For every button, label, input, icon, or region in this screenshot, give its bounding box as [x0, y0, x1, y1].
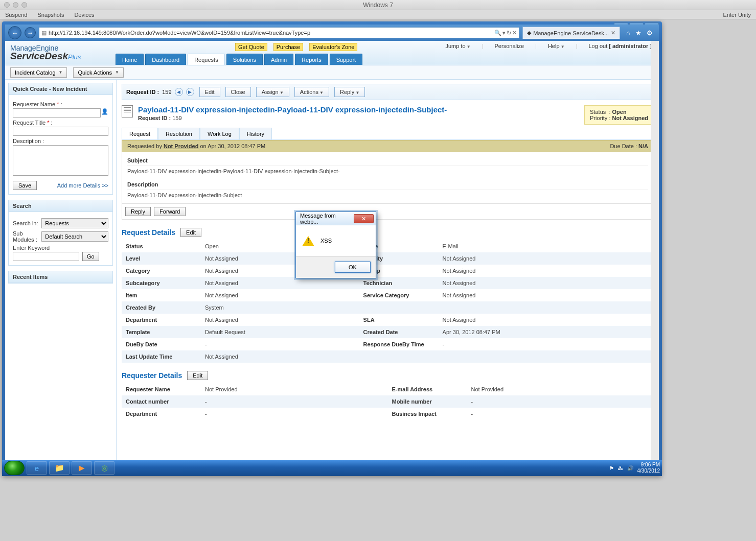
request-toolbar: Request ID : 159 ◀ ▶ Edit Close Assign A…: [122, 84, 654, 100]
favorites-icon[interactable]: ★: [635, 29, 642, 37]
forward-button[interactable]: Forward: [154, 207, 186, 216]
table-row: SubcategoryNot AssignedTechnicianNot Ass…: [122, 277, 654, 289]
keyword-input[interactable]: [13, 252, 79, 261]
incident-catalog-dropdown[interactable]: Incident Catalog: [10, 67, 67, 78]
reply-forward-row: Reply Forward: [122, 204, 654, 220]
url-text: http://172.16.194.149:8080/WorkOrder.do?…: [49, 30, 310, 36]
reply-dropdown[interactable]: Reply: [334, 87, 365, 97]
traffic-lights[interactable]: [4, 2, 27, 8]
close-request-button[interactable]: Close: [225, 87, 251, 97]
home-icon[interactable]: ⌂: [626, 29, 630, 37]
vm-title: Windows 7: [363, 2, 393, 9]
request-title-label: Request Title * :: [13, 120, 108, 126]
taskbar-media-icon[interactable]: ▶: [72, 461, 92, 475]
nav-home[interactable]: Home: [116, 54, 144, 65]
nav-support[interactable]: Support: [330, 54, 363, 65]
tab-request[interactable]: Request: [122, 128, 158, 139]
search-icon[interactable]: 🔍: [494, 30, 501, 36]
jump-to-dropdown[interactable]: Jump to: [445, 43, 470, 49]
tab-worklog[interactable]: Work Log: [200, 128, 239, 139]
table-row: Contact number-Mobile number-: [122, 395, 654, 408]
description-label: Description :: [13, 138, 108, 144]
logout-link[interactable]: Log out [ administrator ]: [589, 43, 652, 49]
nav-admin[interactable]: Admin: [264, 54, 293, 65]
alert-titlebar[interactable]: Message from webp... ✕: [296, 212, 376, 225]
search-in-select[interactable]: Requests: [41, 218, 108, 228]
assign-dropdown[interactable]: Assign: [256, 87, 289, 97]
nav-dashboard[interactable]: Dashboard: [145, 54, 186, 65]
requester-link[interactable]: Not Provided: [164, 143, 198, 149]
nav-solutions[interactable]: Solutions: [226, 54, 263, 65]
browser-tab[interactable]: ◆ ManageEngine ServiceDesk... ✕: [522, 27, 620, 39]
nav-reports[interactable]: Reports: [295, 54, 328, 65]
taskbar-ie-icon[interactable]: e: [27, 461, 47, 475]
link-evaluator[interactable]: Evaluator's Zone: [309, 43, 357, 51]
host-menu: Suspend Snapshots Devices Enter Unity: [0, 10, 756, 19]
panel-header: Quick Create - New Incident: [9, 83, 112, 95]
edit-button[interactable]: Edit: [199, 87, 220, 97]
request-title-row: Payload-11-DIV expression-injectedin-Pay…: [122, 105, 654, 125]
taskbar-vmware-icon[interactable]: ◎: [94, 461, 114, 475]
stop-icon[interactable]: ✕: [512, 30, 517, 36]
sub-modules-select[interactable]: Default Search: [41, 231, 108, 242]
taskbar-clock[interactable]: 9:06 PM 4/30/2012: [637, 462, 660, 474]
edit-details-button[interactable]: Edit: [180, 228, 201, 237]
start-button[interactable]: [4, 461, 25, 475]
requester-name-label: Requester Name * :: [13, 101, 108, 107]
system-tray[interactable]: ⚑ 🖧 🔊 9:06 PM 4/30/2012: [609, 462, 660, 474]
request-meta-bar: Requested by Not Provided on Apr 30, 201…: [122, 140, 654, 152]
request-title-input[interactable]: [13, 127, 108, 136]
table-row: Created BySystem: [122, 301, 654, 314]
address-bar[interactable]: ▦ http://172.16.194.149:8080/WorkOrder.d…: [39, 27, 519, 38]
personalize-link[interactable]: Personalize: [495, 43, 524, 49]
requester-name-input[interactable]: [13, 108, 101, 117]
tray-volume-icon[interactable]: 🔊: [627, 465, 633, 471]
page-icon: ▦: [41, 30, 47, 36]
save-button[interactable]: Save: [13, 181, 37, 190]
request-details-header: Request Details Edit: [122, 228, 654, 237]
prev-request-button[interactable]: ◀: [175, 88, 183, 96]
tray-network-icon[interactable]: 🖧: [618, 465, 623, 471]
table-row: StatusOpenModeE-Mail: [122, 240, 654, 252]
forward-button[interactable]: →: [25, 27, 36, 38]
tab-history[interactable]: History: [239, 128, 272, 139]
back-button[interactable]: ←: [8, 26, 21, 39]
status-badge: Status : Open Priority : Not Assigned: [584, 105, 654, 125]
tools-icon[interactable]: ⚙: [647, 29, 653, 37]
add-more-details-link[interactable]: Add more Details >>: [57, 182, 108, 189]
next-request-button[interactable]: ▶: [186, 88, 194, 96]
main-content: Request ID : 159 ◀ ▶ Edit Close Assign A…: [117, 80, 659, 473]
table-row: Department-Business Impact-: [122, 408, 654, 420]
request-title: Payload-11-DIV expression-injectedin-Pay…: [138, 105, 447, 114]
actions-dropdown[interactable]: Actions: [294, 87, 329, 97]
edit-requester-button[interactable]: Edit: [187, 371, 208, 380]
tray-flag-icon[interactable]: ⚑: [609, 465, 614, 471]
vertical-scrollbar[interactable]: [651, 41, 659, 473]
table-row: CategoryNot AssignedGroupNot Assigned: [122, 265, 654, 277]
menu-snapshots[interactable]: Snapshots: [37, 12, 64, 18]
alert-close-button[interactable]: ✕: [354, 214, 374, 223]
menu-devices[interactable]: Devices: [74, 12, 94, 18]
link-purchase[interactable]: Purchase: [273, 43, 303, 51]
tab-favicon: ◆: [527, 30, 531, 36]
link-get-quote[interactable]: Get Quote: [235, 43, 267, 51]
table-row: Requester NameNot ProvidedE-mail Address…: [122, 383, 654, 395]
menu-suspend[interactable]: Suspend: [5, 12, 27, 18]
reply-button[interactable]: Reply: [125, 207, 151, 216]
description-textarea[interactable]: [13, 145, 108, 176]
go-button[interactable]: Go: [82, 252, 99, 261]
help-dropdown[interactable]: Help: [548, 43, 565, 49]
search-panel: Search Search in: Requests Sub Modules :…: [8, 200, 113, 266]
lookup-icon[interactable]: 👤: [101, 108, 108, 117]
host-titlebar: Windows 7: [0, 0, 756, 10]
tab-close-icon[interactable]: ✕: [611, 30, 615, 36]
alert-ok-button[interactable]: OK: [335, 262, 371, 273]
promo-links: Get Quote Purchase Evaluator's Zone: [235, 43, 357, 51]
refresh-icon[interactable]: ↻: [507, 30, 511, 36]
menu-enter-unity[interactable]: Enter Unity: [723, 12, 751, 18]
taskbar-explorer-icon[interactable]: 📁: [49, 461, 70, 475]
recent-items-panel: Recent Items: [8, 271, 113, 284]
tab-resolution[interactable]: Resolution: [158, 128, 200, 139]
nav-requests[interactable]: Requests: [188, 54, 224, 65]
quick-actions-dropdown[interactable]: Quick Actions: [73, 67, 124, 78]
